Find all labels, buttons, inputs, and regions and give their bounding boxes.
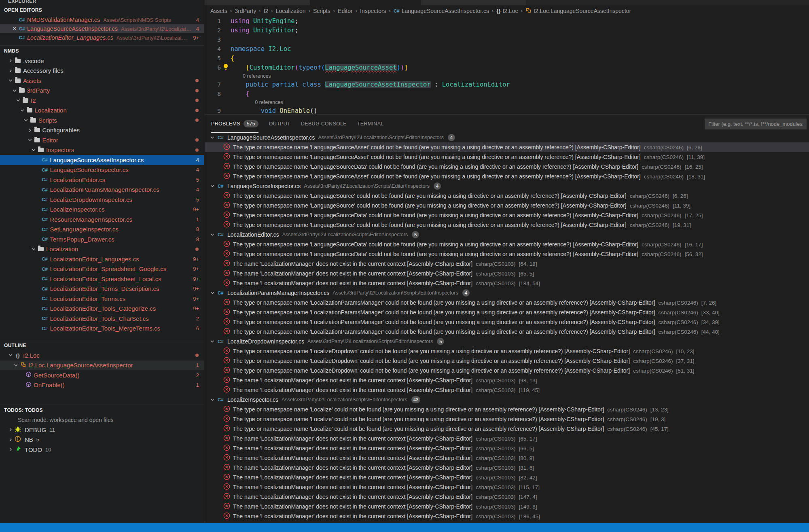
tree-file-localizedropdowninspector-cs[interactable]: C#LocalizeDropdownInspector.cs5 bbox=[0, 195, 204, 205]
code-line[interactable]: 5{ bbox=[205, 53, 809, 63]
problem-row[interactable]: The name 'LocalizationManager' does not … bbox=[205, 453, 809, 463]
problem-row[interactable]: The type or namespace name 'LanguageSour… bbox=[205, 249, 809, 259]
editor-tab-nmdsvalidationmanager-cs[interactable]: NMDSValidationManager.cs bbox=[205, 0, 310, 5]
breadcrumb-item[interactable]: I2.Loc.LanguageSourceAssetInspector bbox=[525, 7, 631, 15]
close-icon-slot[interactable]: × bbox=[11, 27, 18, 31]
panel-tab-debug-console[interactable]: DEBUG CONSOLE bbox=[301, 115, 347, 133]
problems-group-header[interactable]: C#LocalizationEditor.csAssets\3rdParty\I… bbox=[205, 230, 809, 240]
codelens-references[interactable]: 0 references bbox=[205, 72, 809, 80]
problem-row[interactable]: The name 'LocalizationManager' does not … bbox=[205, 269, 809, 278]
editor-tab-languagesourceassetinspector-cs[interactable]: LanguageSourceAssetInspector.cs bbox=[310, 0, 421, 5]
problem-row[interactable]: The name 'LocalizationManager' does not … bbox=[205, 492, 809, 502]
problems-group-header[interactable]: C#LocalizeInspector.csAssets\3rdParty\I2… bbox=[205, 395, 809, 405]
problem-row[interactable]: The type or namespace name 'Localize' co… bbox=[205, 405, 809, 414]
problem-row[interactable]: The name 'LocalizationManager' does not … bbox=[205, 443, 809, 453]
problem-row[interactable]: The type or namespace name 'Localize' co… bbox=[205, 424, 809, 434]
code-line[interactable]: 2using UnityEditor; bbox=[205, 25, 809, 35]
tree-folder-scripts[interactable]: Scripts bbox=[0, 115, 204, 125]
problems-group-header[interactable]: C#LanguageSourceAssetInspector.csAssets\… bbox=[205, 133, 809, 142]
outline-item[interactable]: {}I2.Loc bbox=[0, 350, 204, 360]
tree-file-localizationeditor-tools-mergeterms-cs[interactable]: C#LocalizationEditor_Tools_MergeTerms.cs… bbox=[0, 324, 204, 334]
tree-file-setlanguageinspector-cs[interactable]: C#SetLanguageInspector.cs8 bbox=[0, 225, 204, 235]
code-line[interactable]: 9 void OnEnable() bbox=[205, 106, 809, 115]
todos-group-nb[interactable]: NB5 bbox=[0, 435, 204, 445]
problem-row[interactable]: The type or namespace name 'LanguageSour… bbox=[205, 220, 809, 230]
tree-folder-inspectors[interactable]: Inspectors bbox=[0, 145, 204, 155]
panel-tab-output[interactable]: OUTPUT bbox=[269, 115, 290, 133]
problems-group-header[interactable]: C#LanguageSourceInspector.csAssets\3rdPa… bbox=[205, 181, 809, 191]
tree-folder-localization[interactable]: Localization bbox=[0, 106, 204, 116]
todos-group-debug[interactable]: DEBUG11 bbox=[0, 425, 204, 435]
outline-header[interactable]: OUTLINE bbox=[0, 340, 204, 350]
tree-file-localizationeditor-terms-description-cs[interactable]: C#LocalizationEditor_Terms_Description.c… bbox=[0, 284, 204, 294]
editor-tab-localizationeditor-languages-cs[interactable]: LocalizationEditor_Languages.cs bbox=[421, 0, 526, 5]
problem-row[interactable]: The type or namespace name 'LocalizeDrop… bbox=[205, 366, 809, 375]
tree-file-localizationeditor-languages-cs[interactable]: C#LocalizationEditor_Languages.cs9+ bbox=[0, 254, 204, 264]
problem-row[interactable]: The type or namespace name 'LanguageSour… bbox=[205, 162, 809, 172]
tree-folder-assets[interactable]: Assets bbox=[0, 76, 204, 86]
todos-header[interactable]: TODOS: TODOS bbox=[0, 405, 204, 415]
problem-row[interactable]: The type or namespace name 'LanguageSour… bbox=[205, 201, 809, 210]
codelens-references[interactable]: 0 references bbox=[205, 98, 809, 106]
problem-row[interactable]: The type or namespace name 'LanguageSour… bbox=[205, 142, 809, 152]
problem-row[interactable]: The type or namespace name 'Localization… bbox=[205, 307, 809, 317]
tree-file-localizationeditor-tools-categorize-cs[interactable]: C#LocalizationEditor_Tools_Categorize.cs… bbox=[0, 304, 204, 314]
tree-folder-editor[interactable]: Editor bbox=[0, 135, 204, 145]
problem-row[interactable]: The type or namespace name 'LocalizeDrop… bbox=[205, 346, 809, 356]
workspace-header[interactable]: NMDS bbox=[0, 45, 204, 56]
problem-row[interactable]: The name 'LocalizationManager' does not … bbox=[205, 434, 809, 443]
breadcrumb-item[interactable]: Scripts bbox=[313, 8, 330, 14]
open-editors-header[interactable]: OPEN EDITORS bbox=[0, 5, 204, 15]
code-line[interactable]: 6 [CustomEditor(typeof(LanguageSourceAss… bbox=[205, 63, 809, 72]
problem-row[interactable]: The name 'LocalizationManager' does not … bbox=[205, 482, 809, 492]
problem-row[interactable]: The type or namespace name 'LanguageSour… bbox=[205, 210, 809, 220]
breadcrumb-item[interactable]: 3rdParty bbox=[235, 8, 256, 14]
panel-tab-problems[interactable]: PROBLEMS575 bbox=[211, 115, 258, 133]
problem-row[interactable]: The type or namespace name 'LanguageSour… bbox=[205, 152, 809, 162]
open-editor-item[interactable]: C#NMDSValidationManager.csAssets\Scripts… bbox=[0, 15, 204, 24]
problem-row[interactable]: The name 'LocalizationManager' does not … bbox=[205, 511, 809, 521]
outline-item[interactable]: OnEnable()1 bbox=[0, 380, 204, 390]
code-line[interactable]: 7 public partial class LanguageSourceAss… bbox=[205, 80, 809, 89]
problem-row[interactable]: The type or namespace name 'LocalizeDrop… bbox=[205, 356, 809, 366]
problem-row[interactable]: The name 'LocalizationManager' does not … bbox=[205, 278, 809, 288]
tree-folder-accessory-files[interactable]: Accessory files bbox=[0, 66, 204, 76]
breadcrumb-item[interactable]: Assets bbox=[210, 8, 227, 14]
tree-file-languagesourceinspector-cs[interactable]: C#LanguageSourceInspector.cs4 bbox=[0, 165, 204, 175]
tree-file-localizationeditor-tools-charset-cs[interactable]: C#LocalizationEditor_Tools_CharSet.cs2 bbox=[0, 314, 204, 324]
problem-row[interactable]: The name 'LocalizationManager' does not … bbox=[205, 473, 809, 482]
tree-file-resourcemanagerinspector-cs[interactable]: C#ResourceManagerInspector.cs1 bbox=[0, 214, 204, 225]
problem-row[interactable]: The type or namespace name 'Localize' co… bbox=[205, 414, 809, 424]
tree-folder-configurables[interactable]: Configurables bbox=[0, 125, 204, 136]
tree-folder-3rdparty[interactable]: 3rdParty bbox=[0, 86, 204, 96]
breadcrumb-item[interactable]: {}I2.Loc bbox=[496, 8, 518, 14]
code-line[interactable]: 8 { bbox=[205, 89, 809, 98]
tree-file-localizationeditor-cs[interactable]: C#LocalizationEditor.cs5 bbox=[0, 175, 204, 185]
breadcrumb-item[interactable]: Inspectors bbox=[360, 8, 386, 14]
tree-file-localizationeditor-spreadsheet-google-cs[interactable]: C#LocalizationEditor_Spreadsheet_Google.… bbox=[0, 264, 204, 274]
outline-item[interactable]: I2.Loc.LanguageSourceAssetInspector1 bbox=[0, 360, 204, 371]
problem-row[interactable]: The name 'LocalizationManager' does not … bbox=[205, 375, 809, 385]
problem-row[interactable]: The name 'LocalizationManager' does not … bbox=[205, 463, 809, 473]
breadcrumb-item[interactable]: Localization bbox=[276, 8, 306, 14]
tree-folder-i2[interactable]: I2 bbox=[0, 95, 204, 106]
problem-row[interactable]: The type or namespace name 'LanguageSour… bbox=[205, 240, 809, 249]
tree-file-localizeinspector-cs[interactable]: C#LocalizeInspector.cs9+ bbox=[0, 205, 204, 215]
problems-filter-input[interactable] bbox=[705, 119, 807, 129]
tree-file-localizationeditor-terms-cs[interactable]: C#LocalizationEditor_Terms.cs9+ bbox=[0, 294, 204, 304]
tree-folder-localization[interactable]: Localization bbox=[0, 244, 204, 254]
tree-folder--vscode[interactable]: .vscode bbox=[0, 56, 204, 66]
tree-file-localizationparamsmanagerinspector-cs[interactable]: C#LocalizationParamsManagerInspector.cs4 bbox=[0, 185, 204, 195]
breadcrumb[interactable]: Assets›3rdParty›I2›Localization›Scripts›… bbox=[205, 5, 809, 16]
open-editor-item[interactable]: C#LocalizationEditor_Languages.csAssets\… bbox=[0, 33, 204, 42]
problem-row[interactable]: The name 'LocalizationManager' does not … bbox=[205, 502, 809, 511]
problems-group-header[interactable]: C#LocalizeDropdownInspector.csAssets\3rd… bbox=[205, 337, 809, 346]
outline-item[interactable]: GetSourceData()2 bbox=[0, 370, 204, 380]
code-line[interactable]: 3 bbox=[205, 35, 809, 44]
code-line[interactable]: 4namespace I2.Loc bbox=[205, 44, 809, 53]
problem-row[interactable]: The type or namespace name 'Localization… bbox=[205, 298, 809, 307]
status-bar[interactable] bbox=[0, 523, 809, 532]
code-editor[interactable]: 1using UnityEngine;2using UnityEditor;34… bbox=[205, 16, 809, 115]
problems-group-header[interactable]: C#LocalizationParamsManagerInspector.csA… bbox=[205, 288, 809, 298]
tree-file-languagesourceassetinspector-cs[interactable]: C#LanguageSourceAssetInspector.cs4 bbox=[0, 155, 204, 165]
